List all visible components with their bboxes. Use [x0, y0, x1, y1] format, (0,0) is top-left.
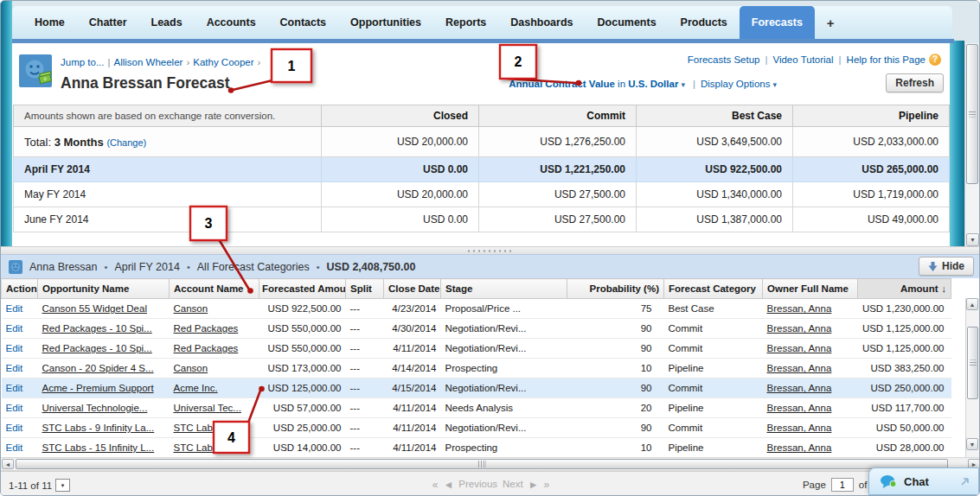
nav-tab[interactable]: Dashboards: [498, 6, 585, 39]
scroll-down-button[interactable]: ▼: [966, 233, 979, 246]
scroll-up-button[interactable]: ▲: [966, 298, 978, 310]
account-link[interactable]: Universal Tec...: [174, 403, 241, 413]
scroll-down-button[interactable]: ▼: [966, 438, 978, 450]
account-link[interactable]: Acme Inc.: [174, 383, 218, 393]
nav-tab[interactable]: Accounts: [195, 6, 268, 39]
column-header-amount-sorted[interactable]: Amount↓: [858, 279, 951, 299]
edit-link[interactable]: Edit: [6, 383, 23, 393]
account-link[interactable]: STC Labs: [174, 423, 218, 433]
opportunity-row[interactable]: Edit Red Packages - 10 Spi... Red Packag…: [2, 339, 951, 359]
opportunity-link[interactable]: STC Labs - 15 Infinity L...: [42, 442, 155, 453]
nav-tab[interactable]: Leads: [139, 6, 195, 39]
month-best-case[interactable]: USD 1,387,000.00: [637, 207, 793, 232]
owner-link[interactable]: Bressan, Anna: [767, 442, 832, 453]
column-header-close-date[interactable]: Close Date: [384, 279, 441, 299]
column-header-probability[interactable]: Probability (%): [567, 279, 664, 299]
owner-link[interactable]: Bressan, Anna: [767, 323, 832, 334]
column-header-best-case[interactable]: Best Case: [637, 105, 793, 127]
column-header-closed[interactable]: Closed: [322, 105, 479, 127]
account-link[interactable]: Red Packages: [174, 323, 239, 334]
edit-link[interactable]: Edit: [6, 442, 23, 453]
month-commit[interactable]: USD 27,500.00: [479, 207, 637, 232]
month-commit[interactable]: USD 27,500.00: [479, 182, 637, 207]
column-header-stage[interactable]: Stage: [441, 279, 567, 299]
column-header-owner-full-name[interactable]: Owner Full Name: [763, 279, 858, 299]
month-pipeline[interactable]: USD 49,000.00: [793, 207, 950, 232]
account-link[interactable]: Canson: [174, 303, 208, 314]
month-pipeline[interactable]: USD 1,719,000.00: [793, 182, 950, 207]
help-for-page-link[interactable]: Help for this Page: [847, 54, 926, 65]
forecasts-setup-link[interactable]: Forecasts Setup: [688, 54, 760, 65]
month-closed[interactable]: USD 20,000.00: [322, 182, 479, 207]
nav-tab[interactable]: Reports: [433, 6, 498, 39]
next-page-icon[interactable]: ►: [528, 479, 539, 491]
owner-link[interactable]: Bressan, Anna: [767, 383, 832, 393]
opportunity-link[interactable]: Red Packages - 10 Spi...: [42, 343, 152, 353]
owner-link[interactable]: Bressan, Anna: [767, 303, 832, 314]
account-link[interactable]: STC Labs: [174, 442, 218, 453]
nav-tab[interactable]: Documents: [586, 6, 669, 39]
column-header-account-name[interactable]: Account Name: [170, 279, 259, 299]
video-tutorial-link[interactable]: Video Tutorial: [772, 54, 833, 65]
column-header-pipeline[interactable]: Pipeline: [793, 105, 950, 127]
nav-tab[interactable]: Forecasts: [740, 6, 815, 39]
opportunity-row[interactable]: Edit STC Labs - 15 Infinity L... STC Lab…: [2, 438, 951, 458]
nav-tab[interactable]: Contacts: [268, 6, 338, 39]
nav-tab[interactable]: Products: [669, 6, 740, 39]
help-icon[interactable]: [929, 54, 941, 66]
forecast-month-row[interactable]: May FY 2014 USD 20,000.00 USD 27,500.00 …: [14, 182, 950, 207]
breadcrumb-allison-wheeler[interactable]: Allison Wheeler: [114, 57, 183, 67]
account-link[interactable]: Canson: [174, 363, 208, 373]
hide-panel-button[interactable]: Hide: [919, 257, 974, 276]
change-period-link[interactable]: (Change): [106, 137, 146, 148]
opportunity-link[interactable]: Universal Technologie...: [42, 403, 148, 413]
column-header-opportunity-name[interactable]: Opportunity Name: [38, 279, 170, 299]
opportunity-link[interactable]: Red Packages - 10 Spi...: [42, 323, 152, 334]
edit-link[interactable]: Edit: [6, 303, 23, 314]
column-header-commit[interactable]: Commit: [479, 105, 637, 127]
last-page-icon[interactable]: »: [544, 479, 550, 491]
edit-link[interactable]: Edit: [6, 363, 23, 373]
month-best-case[interactable]: USD 1,340,000.00: [637, 182, 793, 207]
scrollbar-thumb[interactable]: [16, 459, 948, 469]
edit-link[interactable]: Edit: [6, 423, 23, 433]
horizontal-scrollbar[interactable]: ◄ ►: [1, 457, 980, 471]
opportunity-link[interactable]: STC Labs - 9 Infinity La...: [42, 423, 155, 433]
scrollbar-thumb[interactable]: [967, 327, 978, 399]
opportunity-row[interactable]: Edit STC Labs - 9 Infinity La... STC Lab…: [2, 418, 951, 438]
display-options-menu[interactable]: Display Options▾: [701, 79, 779, 89]
opportunity-row[interactable]: Edit Canson - 20 Spider 4 S... Canson US…: [2, 359, 951, 378]
top-pane-vertical-scrollbar[interactable]: ▼: [964, 43, 979, 247]
edit-link[interactable]: Edit: [6, 403, 23, 413]
column-header-action[interactable]: Action: [2, 279, 38, 299]
previous-link[interactable]: Previous: [458, 479, 497, 491]
scrollbar-thumb[interactable]: [966, 44, 978, 184]
jump-to-link[interactable]: Jump to...: [61, 57, 105, 67]
owner-link[interactable]: Bressan, Anna: [767, 343, 832, 353]
scroll-left-button[interactable]: ◄: [2, 459, 14, 469]
column-header-forecasted-amount[interactable]: Forecasted Amount: [259, 279, 346, 299]
month-closed[interactable]: USD 0.00: [322, 157, 479, 182]
column-header-forecast-category[interactable]: Forecast Category: [664, 279, 763, 299]
column-header-split[interactable]: Split: [346, 279, 384, 299]
month-pipeline[interactable]: USD 265,000.00: [793, 157, 950, 182]
pane-splitter[interactable]: [1, 246, 980, 254]
opportunity-row[interactable]: Edit Universal Technologie... Universal …: [2, 398, 951, 418]
month-best-case[interactable]: USD 922,500.00: [637, 157, 793, 182]
edit-link[interactable]: Edit: [6, 323, 23, 334]
forecast-month-row[interactable]: April FY 2014 USD 0.00 USD 1,221,250.00 …: [14, 157, 950, 182]
opportunity-row[interactable]: Edit Acme - Premium Support Acme Inc. US…: [2, 378, 951, 398]
opportunity-link[interactable]: Canson - 20 Spider 4 S...: [42, 363, 154, 373]
opportunity-list-vertical-scrollbar[interactable]: ▲ ▼: [965, 298, 979, 457]
opportunity-row[interactable]: Edit Canson 55 Widget Deal Canson USD 92…: [2, 299, 951, 319]
owner-link[interactable]: Bressan, Anna: [767, 423, 832, 433]
month-commit[interactable]: USD 1,221,250.00: [479, 157, 637, 182]
opportunity-row[interactable]: Edit Red Packages - 10 Spi... Red Packag…: [2, 319, 951, 339]
nav-tab[interactable]: +: [815, 6, 847, 39]
opportunity-link[interactable]: Canson 55 Widget Deal: [42, 303, 147, 314]
nav-tab[interactable]: Chatter: [77, 6, 139, 39]
edit-link[interactable]: Edit: [6, 343, 23, 353]
opportunity-link[interactable]: Acme - Premium Support: [42, 383, 154, 393]
nav-tab[interactable]: Opportunities: [338, 6, 433, 39]
previous-page-icon[interactable]: ◄: [443, 479, 453, 491]
